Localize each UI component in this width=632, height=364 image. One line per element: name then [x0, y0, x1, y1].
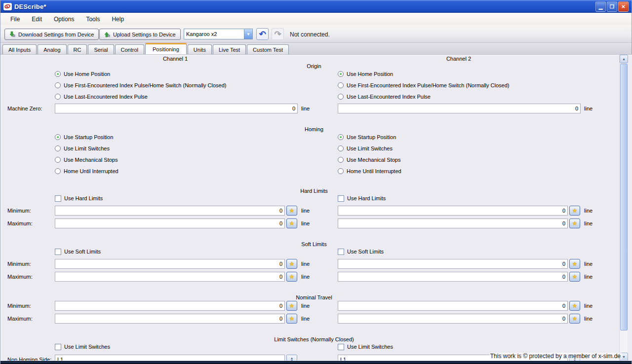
- menu-help[interactable]: Help: [106, 14, 130, 24]
- radio-icon[interactable]: [55, 71, 61, 77]
- tab-analog[interactable]: Analog: [38, 44, 66, 54]
- capture-position-button[interactable]: ★: [286, 314, 297, 324]
- hard-limits-max-input-ch1[interactable]: [55, 218, 285, 228]
- radio-label: Use Limit Switches: [64, 146, 110, 151]
- checkbox-icon[interactable]: [338, 249, 344, 255]
- menu-file[interactable]: File: [4, 14, 26, 24]
- close-button[interactable]: ✕: [618, 1, 629, 12]
- capture-position-button[interactable]: ★: [569, 301, 580, 311]
- soft-limits-max-input-ch1[interactable]: [55, 272, 285, 282]
- use-limit-switches-checkbox-ch2[interactable]: Use Limit Switches: [338, 343, 393, 351]
- machine-zero-input-ch1[interactable]: [55, 104, 298, 113]
- radio-last-index-pulse-ch2[interactable]: Use Last-Encountered Index Pulse: [338, 93, 431, 101]
- menu-tools[interactable]: Tools: [80, 14, 106, 24]
- capture-position-button[interactable]: ★: [286, 301, 297, 311]
- tab-rc[interactable]: RC: [68, 44, 87, 54]
- menu-options[interactable]: Options: [48, 14, 80, 24]
- radio-icon[interactable]: [338, 134, 344, 140]
- radio-icon[interactable]: [338, 168, 344, 174]
- capture-position-button[interactable]: ★: [569, 206, 580, 216]
- checkbox-label: Use Hard Limits: [64, 195, 103, 201]
- use-soft-limits-checkbox-ch1[interactable]: Use Soft Limits: [55, 248, 101, 255]
- use-hard-limits-checkbox-ch2[interactable]: Use Hard Limits: [338, 194, 386, 202]
- non-homing-side-select-ch1[interactable]: L1: [55, 355, 285, 361]
- checkbox-icon[interactable]: [55, 344, 61, 350]
- capture-position-button[interactable]: ★: [569, 218, 580, 228]
- capture-position-button[interactable]: ★: [569, 272, 580, 282]
- tab-control[interactable]: Control: [115, 44, 144, 54]
- non-homing-side-dropdown-button[interactable]: ▲▼: [286, 355, 297, 361]
- soft-limits-min-input-ch2[interactable]: [338, 259, 568, 269]
- soft-limits-max-input-ch2[interactable]: [338, 272, 568, 282]
- radio-use-startup-position-ch1[interactable]: Use Startup Position: [55, 133, 113, 141]
- tab-positioning[interactable]: Positioning: [145, 43, 187, 54]
- scrollbar-thumb[interactable]: [620, 64, 628, 330]
- maximum-label: Maximum:: [7, 314, 33, 324]
- radio-home-until-interrupted-ch2[interactable]: Home Until Interrupted: [338, 167, 401, 175]
- tab-units[interactable]: Units: [188, 44, 212, 54]
- radio-first-index-pulse-ch2[interactable]: Use First-Encountered Index Pulse/Home S…: [338, 81, 510, 89]
- machine-zero-input-ch2[interactable]: [338, 104, 581, 113]
- capture-position-button[interactable]: ★: [569, 314, 580, 324]
- radio-icon[interactable]: [338, 94, 344, 100]
- tab-all-inputs[interactable]: All Inputs: [2, 44, 37, 54]
- checkbox-icon[interactable]: [338, 344, 344, 350]
- radio-use-startup-position-ch2[interactable]: Use Startup Position: [338, 133, 396, 141]
- scroll-up-button[interactable]: ▲: [620, 55, 628, 63]
- star-icon: ★: [572, 220, 578, 226]
- minimize-button[interactable]: ▁: [595, 1, 606, 12]
- radio-icon[interactable]: [55, 146, 61, 151]
- hard-limits-max-input-ch2[interactable]: [338, 218, 568, 228]
- capture-position-button[interactable]: ★: [286, 218, 297, 228]
- tab-serial[interactable]: Serial: [88, 44, 114, 54]
- chevron-down-icon[interactable]: ▼: [244, 29, 252, 39]
- radio-icon[interactable]: [338, 82, 344, 88]
- radio-use-mechanical-stops-ch2[interactable]: Use Mechanical Stops: [338, 156, 400, 164]
- radio-use-mechanical-stops-ch1[interactable]: Use Mechanical Stops: [55, 156, 118, 164]
- device-select[interactable]: Kangaroo x2 ▼: [184, 29, 253, 39]
- nominal-travel-max-input-ch1[interactable]: [55, 314, 285, 324]
- checkbox-icon[interactable]: [55, 249, 61, 255]
- download-settings-button[interactable]: Download Settings from Device: [4, 29, 99, 40]
- vertical-scrollbar[interactable]: ▲ ▼: [619, 55, 628, 361]
- radio-icon[interactable]: [55, 134, 61, 140]
- watermark: This work is © protected by a member of …: [489, 353, 622, 360]
- menu-edit[interactable]: Edit: [26, 14, 48, 24]
- radio-use-home-position-ch1[interactable]: Use Home Position: [55, 70, 110, 78]
- radio-last-index-pulse-ch1[interactable]: Use Last-Encountered Index Pulse: [55, 93, 148, 101]
- radio-use-home-position-ch2[interactable]: Use Home Position: [338, 70, 393, 78]
- capture-position-button[interactable]: ★: [286, 259, 297, 269]
- use-soft-limits-checkbox-ch2[interactable]: Use Soft Limits: [338, 248, 384, 255]
- radio-icon[interactable]: [338, 146, 344, 151]
- capture-position-button[interactable]: ★: [286, 272, 297, 282]
- tab-custom-test[interactable]: Custom Test: [247, 44, 289, 54]
- restore-button[interactable]: ❐: [607, 1, 617, 12]
- checkbox-icon[interactable]: [55, 195, 61, 202]
- radio-use-limit-switches-ch1[interactable]: Use Limit Switches: [55, 145, 110, 152]
- tab-live-test[interactable]: Live Test: [213, 44, 246, 54]
- radio-home-until-interrupted-ch1[interactable]: Home Until Interrupted: [55, 167, 118, 175]
- radio-icon[interactable]: [55, 82, 61, 88]
- use-limit-switches-checkbox-ch1[interactable]: Use Limit Switches: [55, 343, 110, 351]
- undo-button[interactable]: ↶: [256, 28, 269, 40]
- capture-position-button[interactable]: ★: [569, 259, 580, 269]
- hard-limits-min-input-ch1[interactable]: [55, 206, 285, 216]
- radio-icon[interactable]: [55, 157, 61, 163]
- radio-first-index-pulse-ch1[interactable]: Use First-Encountered Index Pulse/Home S…: [55, 81, 227, 89]
- capture-position-button[interactable]: ★: [286, 206, 297, 216]
- soft-limits-min-input-ch1[interactable]: [55, 259, 285, 269]
- nominal-travel-min-input-ch1[interactable]: [55, 301, 285, 311]
- radio-use-limit-switches-ch2[interactable]: Use Limit Switches: [338, 145, 393, 152]
- hard-limits-min-input-ch2[interactable]: [338, 206, 568, 216]
- radio-icon[interactable]: [55, 168, 61, 174]
- radio-icon[interactable]: [338, 71, 344, 77]
- nominal-travel-max-input-ch2[interactable]: [338, 314, 568, 324]
- radio-icon[interactable]: [55, 94, 61, 100]
- non-homing-side-label: Non Homing Side:: [7, 355, 51, 361]
- redo-button[interactable]: ↷: [272, 28, 284, 40]
- nominal-travel-min-input-ch2[interactable]: [338, 301, 568, 311]
- upload-settings-button[interactable]: Upload Settings to Device: [99, 29, 181, 40]
- radio-icon[interactable]: [338, 157, 344, 163]
- checkbox-icon[interactable]: [338, 195, 344, 202]
- use-hard-limits-checkbox-ch1[interactable]: Use Hard Limits: [55, 194, 103, 202]
